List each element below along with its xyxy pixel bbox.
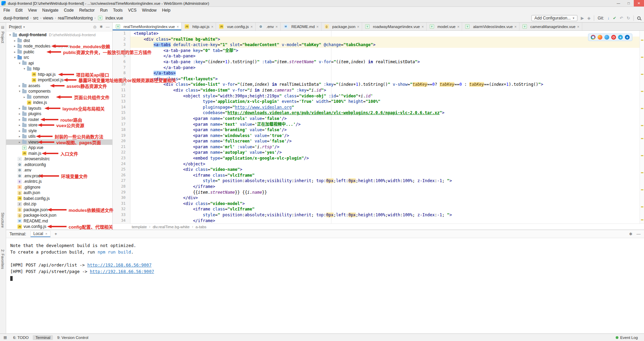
tree-item-router[interactable]: ▸router bbox=[6, 117, 112, 123]
safari-browser-icon[interactable] bbox=[604, 35, 609, 40]
chevron-icon[interactable]: ▸ bbox=[23, 95, 26, 99]
tree-item-main-js[interactable]: JSmain.js bbox=[6, 151, 112, 156]
menu-item-navigate[interactable]: Navigate bbox=[40, 8, 61, 13]
menu-item-file[interactable]: File bbox=[1, 8, 13, 13]
menu-item-view[interactable]: View bbox=[25, 8, 40, 13]
menu-item-code[interactable]: Code bbox=[61, 8, 76, 13]
chevron-icon[interactable]: ▸ bbox=[13, 44, 17, 48]
tree-item-public[interactable]: ▸public bbox=[6, 49, 112, 55]
tree-item-layouts[interactable]: ▸layouts bbox=[6, 106, 112, 111]
menu-item-window[interactable]: Window bbox=[139, 8, 159, 13]
git-commit-button[interactable]: ✔ bbox=[613, 16, 616, 21]
tree-item-readme-md[interactable]: MREADME.md bbox=[6, 218, 112, 224]
close-tab-icon[interactable]: × bbox=[514, 25, 516, 29]
tree-item-importexcel-js[interactable]: JSimportExcel.js bbox=[6, 77, 112, 83]
chevron-icon[interactable]: ▾ bbox=[23, 67, 26, 70]
hide-panel-icon[interactable]: — bbox=[106, 25, 110, 29]
tree-item-env[interactable]: ⚙.env bbox=[6, 167, 112, 173]
tree-item-style[interactable]: ▸style bbox=[6, 128, 112, 134]
close-tab-icon[interactable]: × bbox=[577, 25, 579, 29]
tree-item-gitignore[interactable]: G.gitignore bbox=[6, 185, 112, 190]
menu-item-run[interactable]: Run bbox=[97, 8, 110, 13]
terminal-settings-icon[interactable]: ✱ bbox=[629, 232, 632, 236]
status-grid-icon[interactable]: ▦ bbox=[3, 335, 7, 340]
git-update-button[interactable]: ↓ bbox=[607, 16, 610, 21]
menu-item-edit[interactable]: Edit bbox=[13, 8, 25, 13]
tree-item-components[interactable]: ▾components bbox=[6, 88, 112, 94]
tree-item-package-lock-json[interactable]: {}package-lock.json bbox=[6, 213, 112, 218]
chevron-icon[interactable]: ▸ bbox=[13, 39, 17, 42]
editor-tab-package-json[interactable]: {}package.json× bbox=[321, 23, 362, 30]
editor-tab-alarmvideos-index-vue[interactable]: ValarmVideos\index.vue× bbox=[462, 23, 519, 30]
editor-tab-roadwaymanage-index-vue[interactable]: VroadwayManage\index.vue× bbox=[362, 23, 427, 30]
close-tab-icon[interactable]: × bbox=[211, 25, 213, 29]
close-tab-icon[interactable]: × bbox=[275, 25, 277, 29]
git-history-button[interactable]: ↻ bbox=[627, 16, 630, 21]
tree-item-babel-config-js[interactable]: JSbabel.config.js bbox=[6, 196, 112, 202]
breadcrumb-item-realtimemonitoring[interactable]: realTimeMonitoring bbox=[58, 16, 92, 21]
breadcrumb-item-src[interactable]: src bbox=[33, 16, 39, 21]
locate-file-icon[interactable]: ◎ bbox=[93, 25, 97, 29]
status-item-event-log[interactable]: Event Log bbox=[613, 335, 641, 340]
breadcrumb-item-views[interactable]: views bbox=[43, 16, 53, 21]
chrome-browser-icon[interactable] bbox=[591, 35, 596, 40]
git-rollback-button[interactable]: ↶ bbox=[620, 16, 623, 21]
chevron-icon[interactable]: ▸ bbox=[18, 129, 22, 133]
tree-item-utils[interactable]: ▸utils bbox=[6, 134, 112, 139]
editor-breadcrumb-template[interactable]: template bbox=[132, 225, 147, 229]
chevron-icon[interactable]: ▸ bbox=[18, 112, 22, 115]
tree-item-auth-json[interactable]: {}auth.json bbox=[6, 190, 112, 196]
editor-tab-cameramanage-index-vue[interactable]: VcameraManage\index.vue× bbox=[519, 23, 582, 30]
chevron-icon[interactable]: ▸ bbox=[18, 140, 22, 144]
editor-tab-model-vue[interactable]: Vmodel.vue× bbox=[427, 23, 462, 30]
chevron-icon[interactable]: ▸ bbox=[18, 118, 22, 121]
tree-item-plugins[interactable]: ▸plugins bbox=[6, 111, 112, 117]
project-panel-title[interactable]: Project bbox=[9, 25, 22, 29]
chevron-icon[interactable]: ▾ bbox=[13, 56, 17, 59]
chevron-icon[interactable]: ▸ bbox=[13, 50, 17, 54]
tree-item-env-prod[interactable]: ⚙.env.prod bbox=[6, 173, 112, 179]
chevron-down-icon[interactable]: ▾ bbox=[23, 25, 25, 29]
editor-tab-readme-md[interactable]: MREADME.md× bbox=[281, 23, 321, 30]
breadcrumb-item-duoji-frontend[interactable]: duoji-frontend bbox=[3, 16, 28, 21]
tree-item-dist-zip[interactable]: Zdist.zip bbox=[6, 201, 112, 207]
tree-item-common[interactable]: ▸common bbox=[6, 94, 112, 100]
tree-item-src[interactable]: ▾src bbox=[6, 55, 112, 60]
tree-item-editorconfig[interactable]: ⚙.editorconfig bbox=[6, 162, 112, 168]
terminal-cursor[interactable] bbox=[10, 276, 13, 281]
close-tab-icon[interactable]: × bbox=[357, 25, 359, 29]
new-terminal-button[interactable]: + bbox=[55, 231, 57, 236]
tree-item-http-api-js[interactable]: JShttp-api.js bbox=[6, 72, 112, 78]
editor-tab-vue-config-js[interactable]: JSvue.config.js× bbox=[216, 23, 255, 30]
chevron-icon[interactable]: ▾ bbox=[18, 90, 22, 93]
chevron-icon[interactable]: ▸ bbox=[18, 123, 22, 127]
firefox-browser-icon[interactable] bbox=[598, 35, 602, 40]
tree-item-http[interactable]: ▾http bbox=[6, 66, 112, 72]
maximize-button[interactable]: □ bbox=[624, 0, 634, 6]
tree-item-browserslistrc[interactable]: ≡.browserslistrc bbox=[6, 156, 112, 162]
code-editor[interactable]: 1<template>2<div class="realTime bg-whit… bbox=[113, 31, 644, 223]
status-item-6-todo[interactable]: 6: TODO bbox=[10, 335, 31, 340]
tree-item-store[interactable]: ▸store bbox=[6, 122, 112, 128]
chevron-icon[interactable]: ▸ bbox=[18, 135, 22, 138]
tool-stripe-structure[interactable]: Structure bbox=[1, 213, 5, 228]
menu-item-refactor[interactable]: Refactor bbox=[76, 8, 97, 13]
tree-item-node-modules[interactable]: ▸node_moduleslibrary root bbox=[6, 43, 112, 49]
breadcrumb-item-index-vue[interactable]: Vindex.vue bbox=[97, 16, 123, 21]
editor-breadcrumb-div-realtime-bg-white[interactable]: div.realTime.bg-white bbox=[153, 225, 189, 229]
edge-browser-icon[interactable]: e bbox=[625, 35, 630, 40]
minimize-button[interactable]: — bbox=[613, 0, 624, 6]
close-tab-icon[interactable]: × bbox=[316, 25, 318, 29]
tree-item-dist[interactable]: ▸dist bbox=[6, 38, 112, 44]
opera-browser-icon[interactable]: O bbox=[611, 35, 616, 40]
close-tab-icon[interactable]: × bbox=[421, 25, 424, 29]
chevron-icon[interactable]: ▸ bbox=[18, 84, 22, 87]
menu-item-help[interactable]: Help bbox=[159, 8, 173, 13]
close-tab-icon[interactable]: × bbox=[457, 25, 459, 29]
tree-item-api[interactable]: ▾api bbox=[6, 60, 112, 66]
run-button[interactable]: ▶ bbox=[581, 16, 584, 21]
tree-item-duoji-frontend[interactable]: ▾duoji-frontendD:\zheheWeb\duoji-fronten… bbox=[6, 32, 112, 38]
tree-item-package-json[interactable]: {}package.json bbox=[6, 207, 112, 213]
chevron-icon[interactable]: ▸ bbox=[18, 107, 22, 110]
status-item-9-version-control[interactable]: 9: Version Control bbox=[54, 335, 91, 340]
